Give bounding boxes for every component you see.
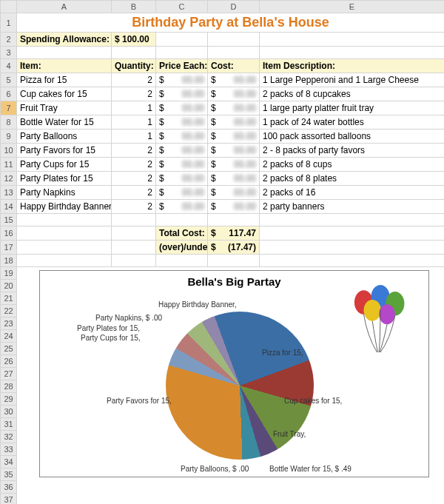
cell[interactable]: [17, 255, 112, 267]
cell[interactable]: [17, 241, 112, 255]
col-header-C[interactable]: C: [156, 1, 208, 13]
item-cost[interactable]: $00.00: [208, 144, 260, 158]
item-cost[interactable]: $00.00: [208, 115, 260, 130]
col-header-B[interactable]: B: [112, 1, 156, 13]
row-header-8[interactable]: 8: [1, 115, 17, 130]
row-header-4[interactable]: 4: [1, 59, 17, 73]
col-header-D[interactable]: D: [208, 1, 260, 13]
item-cost[interactable]: $00.00: [208, 130, 260, 144]
row-header-30[interactable]: 30: [1, 406, 17, 418]
item-qty[interactable]: 1: [112, 101, 156, 115]
item-name[interactable]: Fruit Tray: [17, 101, 112, 115]
item-name[interactable]: Cup cakes for 15: [17, 87, 112, 101]
item-name[interactable]: Party Plates for 15: [17, 172, 112, 186]
cell[interactable]: [156, 33, 208, 47]
row-header-22[interactable]: 22: [1, 305, 17, 317]
cell[interactable]: [17, 47, 112, 59]
item-qty[interactable]: 2: [112, 186, 156, 200]
item-cost[interactable]: $00.00: [208, 87, 260, 101]
item-price[interactable]: $00.00: [156, 115, 208, 130]
item-desc[interactable]: 2 packs of 8 plates: [260, 172, 445, 186]
item-name[interactable]: Happy Birthday Banner: [17, 200, 112, 214]
row-header-18[interactable]: 18: [1, 255, 17, 267]
item-price[interactable]: $00.00: [156, 101, 208, 115]
row-header-3[interactable]: 3: [1, 47, 17, 59]
cell[interactable]: [17, 214, 112, 226]
select-all-corner[interactable]: [1, 1, 17, 13]
cell[interactable]: [208, 33, 260, 47]
item-cost[interactable]: $00.00: [208, 172, 260, 186]
row-header-10[interactable]: 10: [1, 144, 17, 158]
item-qty[interactable]: 2: [112, 144, 156, 158]
item-name[interactable]: Party Cups for 15: [17, 158, 112, 172]
item-price[interactable]: $00.00: [156, 172, 208, 186]
row-header-24[interactable]: 24: [1, 330, 17, 343]
item-name[interactable]: Party Balloons: [17, 130, 112, 144]
item-price[interactable]: $00.00: [156, 144, 208, 158]
item-desc[interactable]: 2 packs of 16: [260, 186, 445, 200]
item-cost[interactable]: $00.00: [208, 101, 260, 115]
col-header-E[interactable]: E: [260, 1, 445, 13]
row-header-1[interactable]: 1: [1, 13, 17, 33]
cell[interactable]: [17, 226, 112, 241]
row-header-5[interactable]: 5: [1, 73, 17, 87]
item-desc[interactable]: 2 - 8 packs of party favors: [260, 144, 445, 158]
cell[interactable]: [260, 255, 445, 267]
table-row[interactable]: 6Cup cakes for 152$00.00$00.002 packs of…: [1, 87, 445, 101]
table-row[interactable]: 12Party Plates for 152$00.00$00.002 pack…: [1, 172, 445, 186]
cell[interactable]: [112, 226, 156, 241]
item-desc[interactable]: 1 Large Pepperoni and 1 Large Cheese: [260, 73, 445, 87]
row-header-7[interactable]: 7: [1, 101, 17, 115]
row-header-14[interactable]: 14: [1, 200, 17, 214]
item-name[interactable]: Party Favors for 15: [17, 144, 112, 158]
row-header-33[interactable]: 33: [1, 443, 17, 456]
row-header-19[interactable]: 19: [1, 267, 17, 280]
cell[interactable]: [112, 47, 156, 59]
cell[interactable]: [208, 47, 260, 59]
cell[interactable]: [156, 214, 208, 226]
item-price[interactable]: $00.00: [156, 186, 208, 200]
item-qty[interactable]: 2: [112, 200, 156, 214]
cell[interactable]: [208, 214, 260, 226]
item-price[interactable]: $00.00: [156, 200, 208, 214]
item-qty[interactable]: 2: [112, 172, 156, 186]
row-header-13[interactable]: 13: [1, 186, 17, 200]
table-row[interactable]: 13Party Napkins2$00.00$00.002 packs of 1…: [1, 186, 445, 200]
item-name[interactable]: Party Napkins: [17, 186, 112, 200]
table-row[interactable]: 14Happy Birthday Banner2$00.00$00.002 pa…: [1, 200, 445, 214]
row-header-12[interactable]: 12: [1, 172, 17, 186]
table-row[interactable]: 7Fruit Tray1$00.00$00.001 large party pl…: [1, 101, 445, 115]
item-cost[interactable]: $00.00: [208, 186, 260, 200]
item-desc[interactable]: 2 party banners: [260, 200, 445, 214]
item-cost[interactable]: $00.00: [208, 200, 260, 214]
item-price[interactable]: $00.00: [156, 158, 208, 172]
item-cost[interactable]: $00.00: [208, 158, 260, 172]
cell[interactable]: [260, 33, 445, 47]
row-header-2[interactable]: 2: [1, 33, 17, 47]
row-header-11[interactable]: 11: [1, 158, 17, 172]
row-header-27[interactable]: 27: [1, 368, 17, 380]
cell[interactable]: [260, 241, 445, 255]
item-name[interactable]: Bottle Water for 15: [17, 115, 112, 130]
row-header-17[interactable]: 17: [1, 241, 17, 255]
cell[interactable]: [112, 214, 156, 226]
cell[interactable]: [156, 255, 208, 267]
table-row[interactable]: 8Bottle Water for 151$00.00$00.001 pack …: [1, 115, 445, 130]
item-qty[interactable]: 1: [112, 130, 156, 144]
row-header-16[interactable]: 16: [1, 226, 17, 241]
item-desc[interactable]: 1 pack of 24 water bottles: [260, 115, 445, 130]
item-qty[interactable]: 2: [112, 87, 156, 101]
row-header-21[interactable]: 21: [1, 292, 17, 305]
table-row[interactable]: 5Pizza for 152$00.00$00.001 Large Pepper…: [1, 73, 445, 87]
row-header-28[interactable]: 28: [1, 380, 17, 393]
row-header-9[interactable]: 9: [1, 130, 17, 144]
col-header-A[interactable]: A: [17, 1, 112, 13]
pie-chart[interactable]: Bella's Big PartayPizza for 15,Cup cakes…: [39, 270, 429, 477]
chart-container-cell[interactable]: Bella's Big PartayPizza for 15,Cup cakes…: [17, 267, 445, 505]
row-header-36[interactable]: 36: [1, 481, 17, 494]
item-price[interactable]: $00.00: [156, 87, 208, 101]
row-header-37[interactable]: 37: [1, 494, 17, 505]
cell[interactable]: [260, 47, 445, 59]
table-row[interactable]: 11Party Cups for 152$00.00$00.002 packs …: [1, 158, 445, 172]
cell[interactable]: [156, 47, 208, 59]
